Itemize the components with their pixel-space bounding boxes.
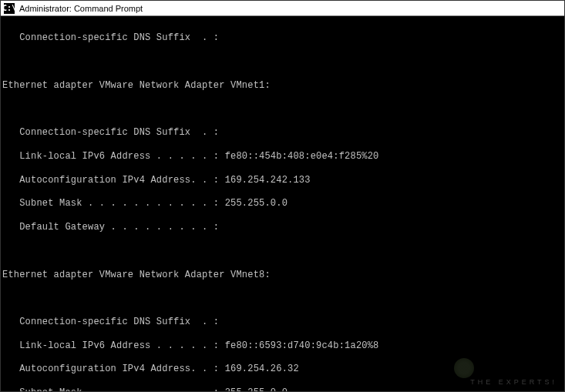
output-line: Autoconfiguration IPv4 Address. . : 169.… <box>2 175 563 186</box>
output-line: Autoconfiguration IPv4 Address. . : 169.… <box>2 364 563 375</box>
blank-line <box>2 56 563 68</box>
window-title: Administrator: Command Prompt <box>19 4 143 13</box>
blank-line <box>2 246 563 257</box>
output-line: Link-local IPv6 Address . . . . . : fe80… <box>2 340 563 352</box>
window-titlebar[interactable]: C:\ Administrator: Command Prompt <box>1 1 564 16</box>
output-line: Connection-specific DNS Suffix . : <box>2 32 563 44</box>
blank-line <box>2 104 563 116</box>
cmd-icon: C:\ <box>4 3 15 14</box>
terminal-output: Connection-specific DNS Suffix . : Ether… <box>1 16 564 392</box>
blank-line <box>2 293 563 304</box>
output-line: Subnet Mask . . . . . . . . . . . : 255.… <box>2 387 563 392</box>
output-line: Subnet Mask . . . . . . . . . . . : 255.… <box>2 198 563 209</box>
adapter-header: Ethernet adapter VMware Network Adapter … <box>2 270 563 281</box>
output-line: Link-local IPv6 Address . . . . . : fe80… <box>2 151 563 162</box>
output-line: Default Gateway . . . . . . . . . : <box>2 222 563 233</box>
output-line: Connection-specific DNS Suffix . : <box>2 317 563 328</box>
output-line: Connection-specific DNS Suffix . : <box>2 127 563 139</box>
adapter-header: Ethernet adapter VMware Network Adapter … <box>2 80 563 92</box>
